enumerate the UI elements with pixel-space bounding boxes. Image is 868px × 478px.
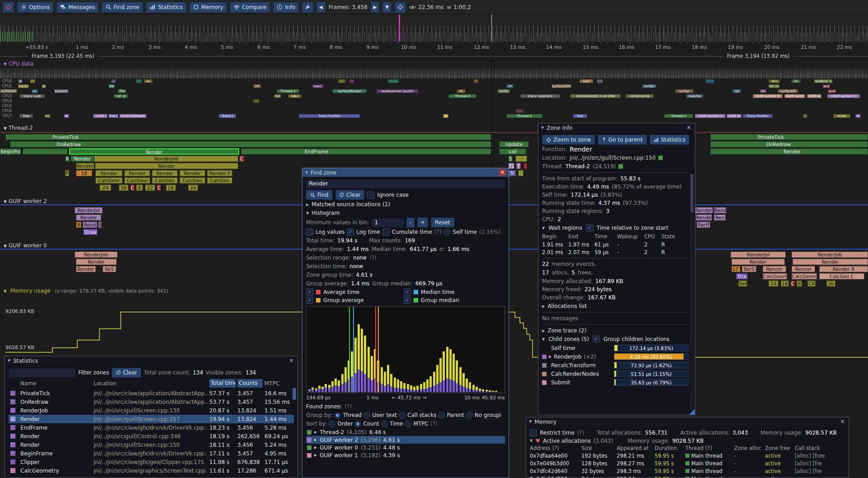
expand-triangle-icon[interactable]: ▶ xyxy=(306,203,309,207)
histogram-plot[interactable] xyxy=(306,306,505,393)
legend-item[interactable]: ✓ Average time xyxy=(306,288,404,296)
min-bin-decrease-button[interactable]: - xyxy=(406,218,415,227)
cumulate-time-checkbox[interactable] xyxy=(382,228,390,236)
child-zone-row[interactable]: CalcRenderNodes 51.51 µs (1.15%) xyxy=(542,369,689,378)
column-header-duration[interactable]: Duration xyxy=(655,445,684,451)
cpu-zone-chip[interactable]: system_s xyxy=(54,89,69,93)
timeline-zone[interactable]: CalcGeo xyxy=(179,177,205,184)
cpu-zone-chip[interactable]: Tracy Profiler xyxy=(299,114,360,118)
timeline-zone[interactable]: OnRedraw xyxy=(50,141,88,147)
cpu-zone-chip[interactable] xyxy=(705,79,714,83)
timeline-zone[interactable]: Render xyxy=(76,259,117,265)
timeline-zone[interactable]: 16 xyxy=(781,280,789,287)
zone-group-row[interactable]: ▶ Thread-2 (4,105) 6.46 s xyxy=(306,428,505,436)
statistics-table-row[interactable]: PrivateTick jni/../jni/src/claw/applicat… xyxy=(9,389,294,398)
power-button[interactable] xyxy=(3,2,14,13)
timeline-zone[interactable]: CalcGeor xyxy=(95,177,123,184)
find-zone-button[interactable]: Find zone xyxy=(102,2,143,13)
cpu-zone-chip[interactable] xyxy=(349,79,354,83)
close-icon[interactable]: × xyxy=(499,169,506,176)
prev-frame-button[interactable]: ◀ xyxy=(316,2,326,13)
cpu-zone-chip[interactable]: cfr xyxy=(253,84,261,88)
close-icon[interactable]: × xyxy=(839,418,846,425)
zone-info-scrollbar[interactable] xyxy=(690,173,694,410)
help-marker[interactable]: (?) xyxy=(434,229,442,235)
expand-triangle-icon[interactable]: ▶ xyxy=(314,438,317,442)
timeline-zone[interactable]: EndFrame xyxy=(298,148,335,155)
expand-triangle-icon[interactable]: ▶ xyxy=(542,329,545,333)
cpu-zone-chip[interactable]: et xyxy=(506,84,514,88)
time-ruler[interactable] xyxy=(0,42,868,44)
timeline-zone[interactable]: RenderJol xyxy=(75,207,103,213)
timeline-zone[interactable]: 24 xyxy=(188,185,198,191)
column-header-thread[interactable]: Thread (?) xyxy=(685,445,733,451)
cpu-zone-chip[interactable]: surfaceflinge xyxy=(552,84,571,88)
child-zone-row[interactable]: Submit 35.63 µs (0.79%) xyxy=(542,378,689,387)
cpu-zone-chip[interactable]: md xyxy=(274,94,281,98)
cpu-zone-chip[interactable]: audioserver /audio xyxy=(377,89,418,93)
collapse-triangle-icon[interactable]: ▼ xyxy=(306,211,309,215)
timeline-zone[interactable]: Rend xyxy=(714,207,726,213)
cpu-zone-chip[interactable]: kw.gn xyxy=(18,84,29,88)
cpu-zone-chip[interactable] xyxy=(338,79,345,83)
timeline-zone[interactable]: PrivateTick xyxy=(45,134,86,140)
expand-triangle-icon[interactable]: ▶ xyxy=(314,445,317,450)
timeline-zone[interactable]: Draw xyxy=(83,229,98,235)
address-cell[interactable]: 0x7dfaa64e00 xyxy=(530,453,580,459)
find-zone-search-input[interactable]: Render xyxy=(306,180,505,188)
timeline-zone[interactable]: 16 xyxy=(119,185,128,191)
timeline-zone[interactable]: 8 xyxy=(76,222,81,228)
timeline-zone[interactable]: RenderJob xyxy=(94,156,238,162)
self-time-radio[interactable] xyxy=(443,229,450,236)
frame-3194-label[interactable]: Frame 3,194 (13.92 ms) xyxy=(723,53,793,59)
memory-table-row[interactable]: 0x7dfaa64e00 192 bytes 298.21 ms 59.95 s… xyxy=(530,452,845,459)
expand-triangle-icon[interactable]: ▶ xyxy=(314,453,317,457)
cpu-zone-chip[interactable]: Tray xyxy=(19,114,33,118)
cpu-zone-chip[interactable] xyxy=(515,109,524,113)
sort-by-option[interactable]: Order xyxy=(329,421,353,427)
cpu-zone-chip[interactable]: system_s xyxy=(814,79,833,83)
statistics-table-row[interactable]: Render jni/../jni/src/guif/Screen.cpp:25… xyxy=(9,415,294,423)
statistics-table-row[interactable]: BeginFrame jni/../jni/src/claw/gfx/drv/v… xyxy=(9,449,294,458)
zoom-to-zone-button[interactable]: Zoom to zone xyxy=(542,135,595,145)
cpu-zone-chip[interactable]: i xyxy=(803,114,807,118)
wait-regions-label[interactable]: Wait regions xyxy=(548,225,582,231)
cpu-zone-chip[interactable]: GUIF xyxy=(93,114,108,118)
cpu-zone-chip[interactable]: Thread-2 xyxy=(448,94,476,98)
find-button[interactable]: Find xyxy=(306,190,333,200)
address-cell[interactable]: 0x7dfc42d640 xyxy=(530,468,580,474)
timeline-zone[interactable]: Render xyxy=(76,214,101,221)
legend-checkbox[interactable]: ✓ xyxy=(306,297,313,304)
statistics-table-row[interactable]: CalcGeometry jni/../jni/src/claw/graphic… xyxy=(9,466,294,475)
thread2-section-header[interactable]: ▼Thread-2 xyxy=(4,125,33,131)
timeline-zone[interactable]: OnRedraw xyxy=(760,141,797,147)
timeline-zone[interactable]: Render xyxy=(778,148,807,155)
timeline-zone[interactable]: RenderJol xyxy=(731,251,786,258)
cpu-zone-chip[interactable]: rot_co xyxy=(769,84,779,88)
column-header-appeared[interactable]: Appeared at xyxy=(617,445,654,451)
cpu-zone-chip[interactable]: A xyxy=(443,114,448,118)
restrict-time-checkbox[interactable] xyxy=(530,429,537,436)
timeline-zone[interactable]: C xyxy=(157,185,161,191)
timeline-zone[interactable]: Render xyxy=(71,156,94,162)
compare-button[interactable]: Compare xyxy=(230,2,270,13)
timeline-zone[interactable] xyxy=(524,163,527,169)
cpu-zone-chip[interactable]: su xyxy=(144,79,153,83)
zone-group-row[interactable]: ▶ GUIF worker 1 (3,192) 4.39 s xyxy=(306,451,505,459)
zone-info-titlebar[interactable]: ▼ Zone info × xyxy=(538,123,695,132)
cpu-data-section-header[interactable]: ▼CPU data xyxy=(4,61,33,67)
call-stack-cell[interactable]: [alloc] [fre xyxy=(795,460,845,467)
sort-by-option[interactable]: MTPC xyxy=(405,421,428,427)
go-to-parent-button[interactable]: ↑Go to parent xyxy=(598,135,647,145)
legend-checkbox[interactable]: ✓ xyxy=(306,289,313,296)
frame-overview-strip[interactable] xyxy=(0,14,868,42)
column-header-counts[interactable]: Counts xyxy=(237,379,263,388)
cpu-zone-chip[interactable]: composer@2.1-se (HW xyxy=(570,94,621,98)
cpu-zone-chip[interactable]: ey xyxy=(32,89,38,93)
log-time-checkbox[interactable]: ✓ xyxy=(347,228,354,236)
cpu-zone-chip[interactable] xyxy=(136,79,142,83)
matched-source-locations[interactable]: Matched source locations (1) xyxy=(311,201,390,208)
timeline-zone[interactable]: Render xyxy=(731,259,785,265)
timeline-zone[interactable]: Render F xyxy=(207,170,232,176)
cpu-zone-chip[interactable]: Tracy xyxy=(108,114,118,118)
